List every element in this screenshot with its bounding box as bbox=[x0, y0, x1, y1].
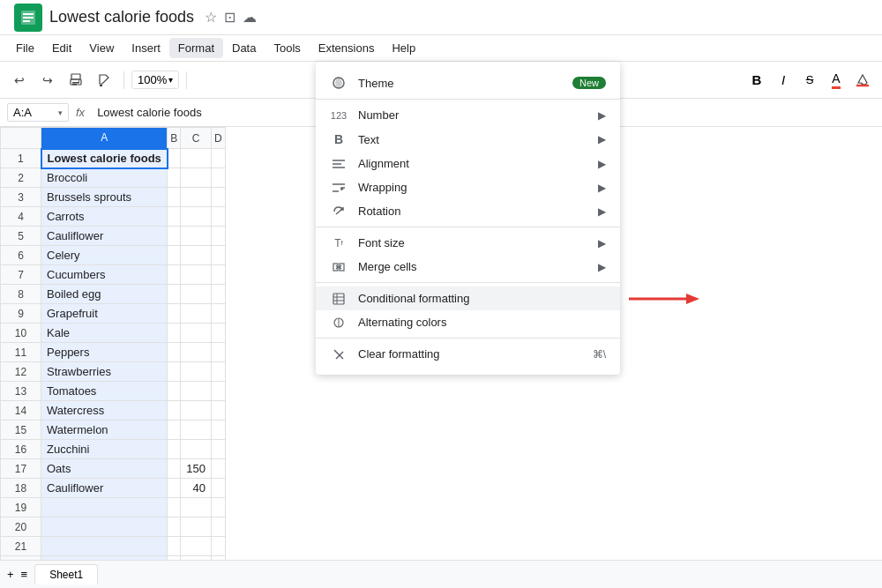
cell-a15[interactable]: Watermelon bbox=[41, 421, 168, 440]
menu-item-mergecells[interactable]: Merge cells ▶ bbox=[316, 255, 620, 279]
cell-d15[interactable] bbox=[212, 421, 226, 440]
cell-c15[interactable] bbox=[181, 421, 212, 440]
cell-d5[interactable] bbox=[212, 227, 226, 246]
add-sheet-button[interactable]: + bbox=[7, 568, 14, 581]
cell-d17[interactable] bbox=[212, 459, 226, 479]
cell-a12[interactable]: Strawberries bbox=[41, 362, 168, 382]
cell-c14[interactable] bbox=[181, 401, 212, 421]
folder-icon[interactable]: ⊡ bbox=[224, 9, 235, 26]
cell-c1[interactable] bbox=[181, 149, 212, 168]
cell-b5[interactable] bbox=[168, 227, 181, 246]
menu-help[interactable]: Help bbox=[383, 38, 424, 58]
cell-c17[interactable]: 150 bbox=[181, 459, 212, 479]
cell-b11[interactable] bbox=[168, 343, 181, 362]
cell-c10[interactable] bbox=[181, 324, 212, 343]
cell-b14[interactable] bbox=[168, 401, 181, 421]
menu-tools[interactable]: Tools bbox=[265, 38, 309, 58]
cell-d20[interactable] bbox=[212, 517, 226, 537]
cell-c12[interactable] bbox=[181, 362, 212, 382]
cell-b1[interactable] bbox=[168, 149, 181, 168]
cell-b19[interactable] bbox=[168, 498, 181, 517]
cell-b3[interactable] bbox=[168, 188, 181, 207]
cell-c8[interactable] bbox=[181, 285, 212, 304]
cell-b18[interactable] bbox=[168, 479, 181, 498]
cell-a1[interactable]: Lowest calorie foods bbox=[41, 149, 168, 168]
cell-d3[interactable] bbox=[212, 188, 226, 207]
cell-d21[interactable] bbox=[212, 537, 226, 556]
cell-c13[interactable] bbox=[181, 382, 212, 401]
cell-c19[interactable] bbox=[181, 498, 212, 517]
strikethrough-button[interactable]: S bbox=[797, 68, 822, 93]
menu-view[interactable]: View bbox=[80, 38, 123, 58]
cell-a2[interactable]: Broccoli bbox=[41, 168, 168, 188]
menu-item-alignment[interactable]: Alignment ▶ bbox=[316, 152, 620, 175]
sheet-tab-1[interactable]: Sheet1 bbox=[34, 564, 98, 584]
cell-b4[interactable] bbox=[168, 207, 181, 227]
bold-button[interactable]: B bbox=[744, 68, 769, 93]
cell-a18[interactable]: Cauliflower bbox=[41, 479, 168, 498]
cell-a19[interactable] bbox=[41, 498, 168, 517]
cell-a17[interactable]: Oats bbox=[41, 459, 168, 479]
menu-data[interactable]: Data bbox=[223, 38, 265, 58]
cell-b20[interactable] bbox=[168, 517, 181, 537]
cell-a13[interactable]: Tomatoes bbox=[41, 382, 168, 401]
cell-a7[interactable]: Cucumbers bbox=[41, 265, 168, 285]
cell-b13[interactable] bbox=[168, 382, 181, 401]
cell-c9[interactable] bbox=[181, 304, 212, 324]
cell-a4[interactable]: Carrots bbox=[41, 207, 168, 227]
cell-a20[interactable] bbox=[41, 517, 168, 537]
cell-b16[interactable] bbox=[168, 440, 181, 459]
cell-a16[interactable]: Zucchini bbox=[41, 440, 168, 459]
star-icon[interactable]: ☆ bbox=[205, 9, 217, 26]
cell-d2[interactable] bbox=[212, 168, 226, 188]
cell-d10[interactable] bbox=[212, 324, 226, 343]
cell-c18[interactable]: 40 bbox=[181, 479, 212, 498]
menu-format[interactable]: Format bbox=[169, 38, 223, 58]
cell-b8[interactable] bbox=[168, 285, 181, 304]
menu-item-conditional-formatting[interactable]: Conditional formatting bbox=[316, 287, 620, 310]
paint-format-button[interactable] bbox=[92, 68, 116, 93]
menu-item-clear-formatting[interactable]: Clear formatting ⌘\ bbox=[316, 342, 620, 366]
cell-c5[interactable] bbox=[181, 227, 212, 246]
cell-c7[interactable] bbox=[181, 265, 212, 285]
cell-a5[interactable]: Cauliflower bbox=[41, 227, 168, 246]
cell-a11[interactable]: Peppers bbox=[41, 343, 168, 362]
cell-b12[interactable] bbox=[168, 362, 181, 382]
menu-item-wrapping[interactable]: Wrapping ▶ bbox=[316, 175, 620, 199]
cell-a9[interactable]: Grapefruit bbox=[41, 304, 168, 324]
cell-b10[interactable] bbox=[168, 324, 181, 343]
cell-c11[interactable] bbox=[181, 343, 212, 362]
undo-button[interactable]: ↩ bbox=[7, 68, 32, 93]
cell-d9[interactable] bbox=[212, 304, 226, 324]
menu-item-number[interactable]: 123 Number ▶ bbox=[316, 103, 620, 127]
cell-d4[interactable] bbox=[212, 207, 226, 227]
cell-d11[interactable] bbox=[212, 343, 226, 362]
cell-c20[interactable] bbox=[181, 517, 212, 537]
col-header-a[interactable]: A bbox=[41, 128, 168, 149]
cell-a6[interactable]: Celery bbox=[41, 246, 168, 265]
cell-c3[interactable] bbox=[181, 188, 212, 207]
cell-b2[interactable] bbox=[168, 168, 181, 188]
col-header-d[interactable]: D bbox=[212, 128, 226, 149]
text-color-button[interactable]: A bbox=[824, 68, 848, 93]
cell-d19[interactable] bbox=[212, 498, 226, 517]
menu-item-fontsize[interactable]: Tf Font size ▶ bbox=[316, 231, 620, 255]
cell-c22[interactable] bbox=[181, 556, 212, 561]
cell-d1[interactable] bbox=[212, 149, 226, 168]
menu-item-alternating-colors[interactable]: Alternating colors bbox=[316, 310, 620, 334]
cell-a21[interactable] bbox=[41, 537, 168, 556]
cell-a10[interactable]: Kale bbox=[41, 324, 168, 343]
cell-b7[interactable] bbox=[168, 265, 181, 285]
cell-reference[interactable]: A:A ▾ bbox=[7, 103, 69, 122]
cell-c16[interactable] bbox=[181, 440, 212, 459]
print-button[interactable] bbox=[64, 68, 88, 93]
sheet-options-button[interactable]: ≡ bbox=[21, 568, 28, 581]
italic-button[interactable]: I bbox=[771, 68, 796, 93]
menu-insert[interactable]: Insert bbox=[123, 38, 169, 58]
cell-d7[interactable] bbox=[212, 265, 226, 285]
cell-b21[interactable] bbox=[168, 537, 181, 556]
menu-item-text[interactable]: B Text ▶ bbox=[316, 127, 620, 152]
cell-d13[interactable] bbox=[212, 382, 226, 401]
zoom-control[interactable]: 100% ▾ bbox=[131, 71, 179, 89]
cell-a8[interactable]: Boiled egg bbox=[41, 285, 168, 304]
